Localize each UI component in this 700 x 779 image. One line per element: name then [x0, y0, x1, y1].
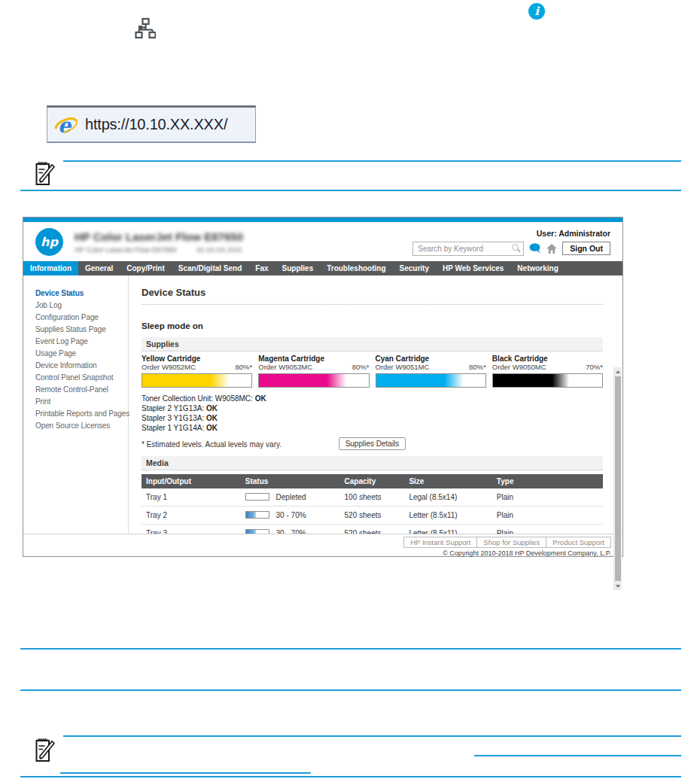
tab-general[interactable]: General: [78, 261, 120, 275]
stapler-2-status: Stapler 2 Y1G13A: OK: [142, 403, 603, 413]
tab-copy-print[interactable]: Copy/Print: [120, 261, 172, 275]
sidebar-item-job-log[interactable]: Job Log: [35, 301, 128, 309]
internet-explorer-icon: e: [54, 113, 78, 137]
sidebar-item-print[interactable]: Print: [35, 397, 128, 406]
product-subname-blurred: HP Color LaserJet Flow E87650: [75, 245, 177, 254]
tab-security[interactable]: Security: [393, 261, 436, 275]
note-icon: [35, 735, 56, 763]
cartridge-order-number: Order W9053MC: [258, 364, 312, 371]
search-icon: [512, 244, 519, 251]
section-rule-bottom: [20, 689, 681, 691]
user-label: User: Administrator: [537, 229, 610, 238]
network-node-square: [138, 26, 142, 29]
cartridge-level-bar: [258, 373, 369, 388]
tab-scan-digital-send[interactable]: Scan/Digital Send: [172, 261, 248, 275]
tray-capacity: 100 sheets: [340, 488, 405, 507]
sidebar-item-printable-reports-and-pages[interactable]: Printable Reports and Pages: [35, 409, 128, 418]
col-type: Type: [492, 474, 603, 488]
tray-status-cell: 30 - 70%: [241, 525, 340, 534]
table-row-tray-3: Tray 3 30 - 70% 520 sheets Letter (8.5x1…: [142, 525, 603, 534]
scroll-down-arrow-icon[interactable]: [614, 582, 622, 590]
stapler-3-status: Stapler 3 Y1G13A: OK: [142, 413, 603, 423]
tab-hp-web-services[interactable]: HP Web Services: [436, 261, 510, 275]
search-input[interactable]: [412, 242, 524, 256]
sleep-mode-status: Sleep mode on: [142, 321, 603, 330]
manual-page: i e https://10.10.XX.XXX/: [0, 0, 700, 779]
ews-body: Device Status Job Log Configuration Page…: [23, 275, 622, 534]
sign-out-button[interactable]: Sign Out: [562, 242, 610, 255]
tray-status-text: 30 - 70%: [276, 511, 306, 519]
cartridge-level-bar: [492, 373, 603, 388]
cartridge-black: Black Cartridge Order W9050MC 70%*: [492, 355, 603, 388]
home-icon[interactable]: [546, 244, 557, 254]
note-bottom-rule: [20, 190, 681, 191]
ews-sidebar: Device Status Job Log Configuration Page…: [23, 275, 129, 534]
ews-tab-bar: Information General Copy/Print Scan/Digi…: [23, 261, 622, 275]
tray-name: Tray 2: [142, 507, 241, 525]
hyperlink-underline[interactable]: [474, 755, 681, 756]
scrollbar-thumb[interactable]: [615, 376, 621, 581]
cartridge-yellow: Yellow Cartridge Order W9052MC 80%*: [142, 355, 252, 388]
sidebar-item-control-panel-snapshot[interactable]: Control Panel Snapshot: [35, 373, 128, 382]
cartridge-level-text: 80%*: [352, 364, 370, 371]
hp-instant-support-link[interactable]: HP Instant Support: [403, 537, 477, 548]
supplies-details-button[interactable]: Supplies Details: [339, 437, 406, 450]
tab-supplies[interactable]: Supplies: [275, 261, 321, 275]
tray-status-text: 30 - 70%: [276, 529, 306, 534]
product-identity: HP Color LaserJet Flow E87650 HP Color L…: [75, 230, 243, 254]
product-support-link[interactable]: Product Support: [546, 537, 611, 548]
ews-main-content: Device Status Sleep mode on Supplies Yel…: [129, 275, 622, 534]
page-title: Device Status: [142, 288, 603, 297]
cartridge-row: Yellow Cartridge Order W9052MC 80%* Mage…: [142, 355, 603, 388]
supply-unit-statuses: Toner Collection Unit: W9058MC: OK Stapl…: [142, 394, 603, 433]
tray-capacity: 520 sheets: [340, 507, 405, 525]
tray-level-bar: [245, 529, 269, 534]
hyperlink-underline[interactable]: [60, 772, 311, 774]
table-row-tray-1: Tray 1 Depleted 100 sheets Legal (8.5x14…: [142, 488, 603, 507]
svg-text:e: e: [58, 114, 72, 137]
tab-networking[interactable]: Networking: [510, 261, 565, 275]
cartridge-level-text: 80%*: [469, 364, 486, 371]
sidebar-item-event-log-page[interactable]: Event Log Page: [35, 337, 128, 345]
tray-status-cell: 30 - 70%: [241, 507, 340, 525]
sidebar-item-remote-control-panel[interactable]: Remote Control-Panel: [35, 385, 128, 394]
note-icon: [35, 159, 56, 187]
cartridge-level-text: 80%*: [236, 364, 253, 371]
hp-logo: hp: [35, 228, 63, 256]
cartridge-level-text: 70%*: [586, 364, 603, 371]
tab-fax[interactable]: Fax: [248, 261, 275, 275]
tab-information[interactable]: Information: [23, 261, 78, 275]
tray-type: Plain: [492, 507, 603, 525]
sidebar-item-device-status[interactable]: Device Status: [35, 289, 128, 297]
col-capacity: Capacity: [340, 474, 405, 488]
chat-bubble-icon[interactable]: [529, 243, 541, 254]
col-status: Status: [241, 474, 340, 488]
tray-status-cell: Depleted: [241, 488, 340, 507]
cartridge-level-bar: [376, 373, 486, 388]
toner-collection-unit-status: Toner Collection Unit: W9058MC: OK: [142, 394, 603, 403]
col-input-output: Input/Output: [142, 474, 241, 488]
scroll-up-arrow-icon[interactable]: [614, 367, 622, 376]
tray-capacity: 520 sheets: [340, 525, 405, 534]
tray-status-text: Depleted: [276, 493, 306, 501]
cartridge-cyan: Cyan Cartridge Order W9051MC 80%*: [376, 355, 486, 388]
table-row-tray-2: Tray 2 30 - 70% 520 sheets Letter (8.5x1…: [142, 507, 603, 525]
supplies-section-header: Supplies: [142, 337, 603, 351]
sidebar-item-configuration-page[interactable]: Configuration Page: [35, 313, 128, 321]
tab-troubleshooting[interactable]: Troubleshooting: [320, 261, 392, 275]
sidebar-item-usage-page[interactable]: Usage Page: [35, 349, 128, 358]
cartridge-order-number: Order W9051MC: [376, 364, 430, 371]
sidebar-item-supplies-status-page[interactable]: Supplies Status Page: [35, 325, 128, 333]
search-field-wrap: [412, 241, 524, 256]
address-url-text: https://10.10.XX.XXX/: [85, 116, 227, 133]
sidebar-item-open-source-licenses[interactable]: Open Source Licenses: [35, 421, 128, 430]
tray-name: Tray 3: [142, 525, 241, 534]
shop-for-supplies-link[interactable]: Shop for Supplies: [476, 537, 546, 548]
cartridge-name: Yellow Cartridge: [142, 355, 252, 363]
tray-type: Plain: [492, 488, 603, 507]
vertical-scrollbar[interactable]: [613, 367, 622, 590]
sidebar-item-device-information[interactable]: Device Information: [35, 361, 128, 370]
product-name-blurred: HP Color LaserJet Flow E87650: [75, 230, 243, 243]
media-table: Input/Output Status Capacity Size Type T…: [142, 474, 603, 534]
cartridge-name: Cyan Cartridge: [376, 355, 486, 363]
